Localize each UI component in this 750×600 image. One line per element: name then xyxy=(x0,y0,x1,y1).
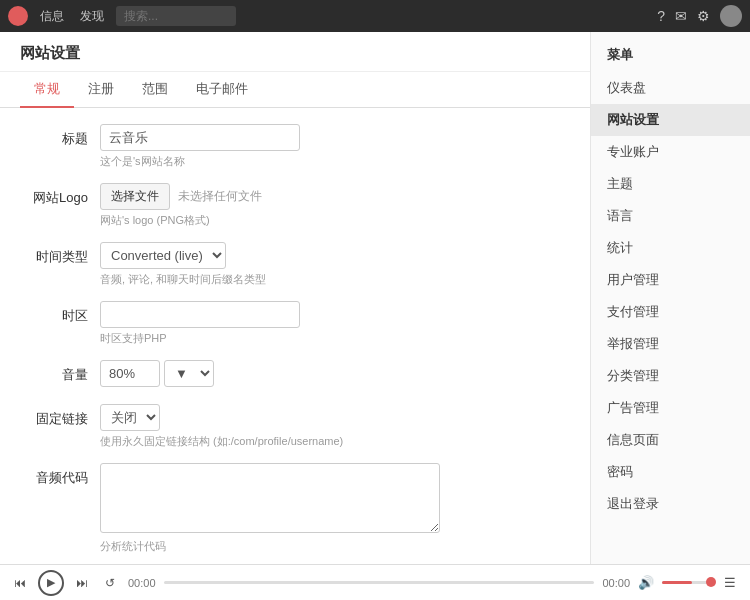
timezone-hint: 时区支持PHP xyxy=(100,331,570,346)
help-icon[interactable]: ? xyxy=(657,8,665,24)
sidebar-item-payment[interactable]: 支付管理 xyxy=(591,296,750,328)
prev-button[interactable]: ⏮ xyxy=(10,573,30,593)
logo-label: 网站Logo xyxy=(20,183,100,207)
sidebar-item-ads[interactable]: 广告管理 xyxy=(591,392,750,424)
settings-icon[interactable]: ⚙ xyxy=(697,8,710,24)
sidebar-item-themes[interactable]: 主题 xyxy=(591,168,750,200)
timezone-label: 时区 xyxy=(20,301,100,325)
mail-icon[interactable]: ✉ xyxy=(675,8,687,24)
tab-register[interactable]: 注册 xyxy=(74,72,128,108)
topbar-nav-discover[interactable]: 发现 xyxy=(80,8,104,25)
play-button[interactable]: ▶ xyxy=(38,570,64,596)
main-layout: 网站设置 常规 注册 范围 电子邮件 标题 这个是's网站名称 网站Logo xyxy=(0,32,750,564)
permalink-hint: 使用永久固定链接结构 (如:/com/profile/username) xyxy=(100,434,570,449)
timezone-type-label: 时间类型 xyxy=(20,242,100,266)
timezone-type-select[interactable]: Converted (live) Original UTC xyxy=(100,242,226,269)
volume-slider[interactable] xyxy=(662,581,712,584)
sidebar-item-pro-account[interactable]: 专业账户 xyxy=(591,136,750,168)
title-field: 这个是's网站名称 xyxy=(100,124,570,169)
permalink-select-wrap: 关闭 开启 xyxy=(100,404,570,431)
form-content: 标题 这个是's网站名称 网站Logo 选择文件 未选择任何文件 网站's lo… xyxy=(0,108,590,564)
sidebar-item-language[interactable]: 语言 xyxy=(591,200,750,232)
file-choose-button[interactable]: 选择文件 xyxy=(100,183,170,210)
volume-label: 音量 xyxy=(20,360,100,384)
form-row-title: 标题 这个是's网站名称 xyxy=(20,124,570,169)
logo-hint: 网站's logo (PNG格式) xyxy=(100,213,570,228)
sidebar-title: 菜单 xyxy=(591,40,750,72)
repeat-button[interactable]: ↺ xyxy=(100,573,120,593)
time-current: 00:00 xyxy=(128,577,156,589)
file-label: 未选择任何文件 xyxy=(178,188,262,205)
progress-bar[interactable] xyxy=(164,581,595,584)
sidebar-item-info-pages[interactable]: 信息页面 xyxy=(591,424,750,456)
form-row-timezone-type: 时间类型 Converted (live) Original UTC 音频, 评… xyxy=(20,242,570,287)
topbar-right: ? ✉ ⚙ xyxy=(657,5,742,27)
app-logo xyxy=(8,6,28,26)
player-bar: ⏮ ▶ ⏭ ↺ 00:00 00:00 🔊 ☰ xyxy=(0,564,750,600)
sidebar-item-dashboard[interactable]: 仪表盘 xyxy=(591,72,750,104)
volume-input[interactable] xyxy=(100,360,160,387)
form-row-timezone: 时区 时区支持PHP xyxy=(20,301,570,346)
timezone-type-select-wrap: Converted (live) Original UTC xyxy=(100,242,570,269)
queue-button[interactable]: ☰ xyxy=(720,573,740,592)
page-title: 网站设置 xyxy=(0,32,590,72)
form-row-analytics: 音频代码 分析统计代码 xyxy=(20,463,570,554)
permalink-select[interactable]: 关闭 开启 xyxy=(100,404,160,431)
timezone-type-field: Converted (live) Original UTC 音频, 评论, 和聊… xyxy=(100,242,570,287)
analytics-label: 音频代码 xyxy=(20,463,100,487)
topbar-nav: 信息 发现 xyxy=(40,8,104,25)
sidebar-item-site-settings[interactable]: 网站设置 xyxy=(591,104,750,136)
sidebar-item-categories[interactable]: 分类管理 xyxy=(591,360,750,392)
form-row-volume: 音量 ▼ xyxy=(20,360,570,390)
volume-row: ▼ xyxy=(100,360,570,387)
analytics-field: 分析统计代码 xyxy=(100,463,570,554)
topbar: 信息 发现 ? ✉ ⚙ xyxy=(0,0,750,32)
permalink-label: 固定链接 xyxy=(20,404,100,428)
sidebar-item-logout[interactable]: 退出登录 xyxy=(591,488,750,520)
main-content: 网站设置 常规 注册 范围 电子邮件 标题 这个是's网站名称 网站Logo xyxy=(0,32,590,564)
next-button[interactable]: ⏭ xyxy=(72,573,92,593)
volume-slider-fill xyxy=(662,581,692,584)
analytics-textarea[interactable] xyxy=(100,463,440,533)
title-label: 标题 xyxy=(20,124,100,148)
permalink-field: 关闭 开启 使用永久固定链接结构 (如:/com/profile/usernam… xyxy=(100,404,570,449)
tab-general[interactable]: 常规 xyxy=(20,72,74,108)
tab-scope[interactable]: 范围 xyxy=(128,72,182,108)
sidebar-item-password[interactable]: 密码 xyxy=(591,456,750,488)
sidebar-item-user-management[interactable]: 用户管理 xyxy=(591,264,750,296)
tab-email[interactable]: 电子邮件 xyxy=(182,72,262,108)
logo-row: 选择文件 未选择任何文件 xyxy=(100,183,570,210)
topbar-nav-info[interactable]: 信息 xyxy=(40,8,64,25)
avatar[interactable] xyxy=(720,5,742,27)
volume-select[interactable]: ▼ xyxy=(164,360,214,387)
volume-slider-thumb xyxy=(706,577,716,587)
search-input[interactable] xyxy=(116,6,236,26)
timezone-field: 时区支持PHP xyxy=(100,301,570,346)
volume-icon[interactable]: 🔊 xyxy=(638,575,654,590)
analytics-hint: 分析统计代码 xyxy=(100,539,570,554)
volume-field: ▼ xyxy=(100,360,570,390)
sidebar-item-reports[interactable]: 举报管理 xyxy=(591,328,750,360)
logo-field: 选择文件 未选择任何文件 网站's logo (PNG格式) xyxy=(100,183,570,228)
title-hint: 这个是's网站名称 xyxy=(100,154,570,169)
form-row-logo: 网站Logo 选择文件 未选择任何文件 网站's logo (PNG格式) xyxy=(20,183,570,228)
sidebar: 菜单 仪表盘 网站设置 专业账户 主题 语言 统计 用户管理 支付管理 举报管理… xyxy=(590,32,750,564)
time-total: 00:00 xyxy=(602,577,630,589)
timezone-input[interactable] xyxy=(100,301,300,328)
title-input[interactable] xyxy=(100,124,300,151)
tabs: 常规 注册 范围 电子邮件 xyxy=(0,72,590,108)
sidebar-item-statistics[interactable]: 统计 xyxy=(591,232,750,264)
timezone-type-hint: 音频, 评论, 和聊天时间后缀名类型 xyxy=(100,272,570,287)
form-row-permalink: 固定链接 关闭 开启 使用永久固定链接结构 (如:/com/profile/us… xyxy=(20,404,570,449)
